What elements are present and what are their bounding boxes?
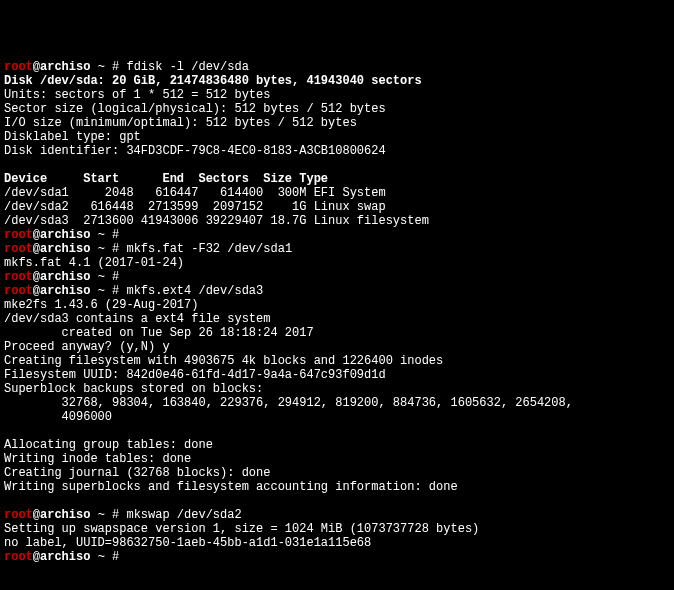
partition-row: /dev/sda1 2048 616447 614400 300M EFI Sy… [4, 186, 386, 200]
prompt-at: @ [33, 242, 40, 256]
prompt-sep: ~ # [90, 270, 126, 284]
ext4-proceed: Proceed anyway? (y,N) y [4, 340, 170, 354]
ext4-created: created on Tue Sep 26 18:18:24 2017 [4, 326, 314, 340]
prompt-user: root [4, 284, 33, 298]
command-fdisk: fdisk -l /dev/sda [126, 60, 248, 74]
prompt-line[interactable]: root@archiso ~ # fdisk -l /dev/sda [4, 60, 249, 74]
prompt-line[interactable]: root@archiso ~ # [4, 550, 126, 564]
command-mkfs-fat: mkfs.fat -F32 /dev/sda1 [126, 242, 292, 256]
partition-header: Device Start End Sectors Size Type [4, 172, 328, 186]
prompt-user: root [4, 550, 33, 564]
prompt-host: archiso [40, 284, 90, 298]
prompt-line[interactable]: root@archiso ~ # [4, 270, 126, 284]
prompt-line[interactable]: root@archiso ~ # mkfs.fat -F32 /dev/sda1 [4, 242, 292, 256]
ext4-group-tables: Allocating group tables: done [4, 438, 213, 452]
fdisk-units: Units: sectors of 1 * 512 = 512 bytes [4, 88, 270, 102]
ext4-creating: Creating filesystem with 4903675 4k bloc… [4, 354, 443, 368]
prompt-sep: ~ # [90, 60, 126, 74]
prompt-at: @ [33, 228, 40, 242]
command-mkswap: mkswap /dev/sda2 [126, 508, 241, 522]
prompt-sep: ~ # [90, 242, 126, 256]
fdisk-disk-line: Disk /dev/sda: 20 GiB, 21474836480 bytes… [4, 74, 422, 88]
ext4-inode-tables: Writing inode tables: done [4, 452, 191, 466]
ext4-uuid: Filesystem UUID: 842d0e46-61fd-4d17-9a4a… [4, 368, 386, 382]
prompt-at: @ [33, 284, 40, 298]
fdisk-identifier: Disk identifier: 34FD3CDF-79C8-4EC0-8183… [4, 144, 386, 158]
prompt-at: @ [33, 550, 40, 564]
mkfs-fat-version: mkfs.fat 4.1 (2017-01-24) [4, 256, 184, 270]
ext4-superblocks: 4096000 [4, 410, 112, 424]
prompt-host: archiso [40, 550, 90, 564]
prompt-user: root [4, 60, 33, 74]
partition-row: /dev/sda2 616448 2713599 2097152 1G Linu… [4, 200, 386, 214]
prompt-user: root [4, 270, 33, 284]
prompt-host: archiso [40, 242, 90, 256]
prompt-sep: ~ # [90, 284, 126, 298]
prompt-host: archiso [40, 508, 90, 522]
prompt-sep: ~ # [90, 508, 126, 522]
prompt-host: archiso [40, 228, 90, 242]
prompt-line[interactable]: root@archiso ~ # [4, 228, 126, 242]
prompt-line[interactable]: root@archiso ~ # mkfs.ext4 /dev/sda3 [4, 284, 263, 298]
prompt-host: archiso [40, 270, 90, 284]
command-mkfs-ext4: mkfs.ext4 /dev/sda3 [126, 284, 263, 298]
prompt-sep: ~ # [90, 228, 126, 242]
ext4-writing-superblocks: Writing superblocks and filesystem accou… [4, 480, 458, 494]
mkswap-setup: Setting up swapspace version 1, size = 1… [4, 522, 479, 536]
mkswap-uuid: no label, UUID=98632750-1aeb-45bb-a1d1-0… [4, 536, 371, 550]
prompt-at: @ [33, 60, 40, 74]
terminal-output: root@archiso ~ # fdisk -l /dev/sda Disk … [4, 60, 670, 564]
ext4-contains: /dev/sda3 contains a ext4 file system [4, 312, 270, 326]
ext4-superblock-label: Superblock backups stored on blocks: [4, 382, 263, 396]
fdisk-io-size: I/O size (minimum/optimal): 512 bytes / … [4, 116, 357, 130]
fdisk-disklabel: Disklabel type: gpt [4, 130, 141, 144]
prompt-host: archiso [40, 60, 90, 74]
ext4-superblocks: 32768, 98304, 163840, 229376, 294912, 81… [4, 396, 573, 410]
prompt-user: root [4, 242, 33, 256]
prompt-at: @ [33, 508, 40, 522]
prompt-at: @ [33, 270, 40, 284]
prompt-sep: ~ # [90, 550, 126, 564]
partition-row: /dev/sda3 2713600 41943006 39229407 18.7… [4, 214, 429, 228]
mke2fs-version: mke2fs 1.43.6 (29-Aug-2017) [4, 298, 198, 312]
ext4-journal: Creating journal (32768 blocks): done [4, 466, 270, 480]
prompt-user: root [4, 508, 33, 522]
prompt-user: root [4, 228, 33, 242]
prompt-line[interactable]: root@archiso ~ # mkswap /dev/sda2 [4, 508, 242, 522]
fdisk-sector-size: Sector size (logical/physical): 512 byte… [4, 102, 386, 116]
